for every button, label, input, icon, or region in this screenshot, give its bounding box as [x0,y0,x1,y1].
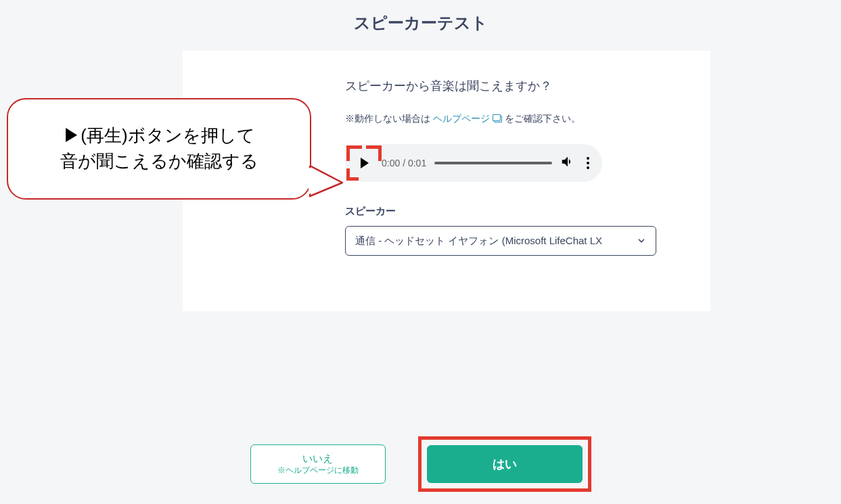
yes-button-highlight: はい [418,436,591,492]
volume-icon[interactable] [560,154,575,172]
external-link-icon [493,114,502,122]
play-icon [361,158,369,168]
help-page-link[interactable]: ヘルプページ [433,113,505,124]
question-text: スピーカーから音楽は聞こえますか？ [345,78,677,94]
instruction-callout: ▶(再生)ボタンを押して 音が聞こえるか確認する [7,98,311,200]
help-line: ※動作しない場合は ヘルプページ をご確認下さい。 [345,113,677,125]
no-button-sub: ※ヘルプページに移動 [251,465,385,476]
no-button-label: いいえ [251,452,385,465]
speaker-selected-value: 通信 - ヘッドセット イヤフォン (Microsoft LifeChat LX [355,235,637,248]
button-row: いいえ ※ヘルプページに移動 はい [0,436,841,492]
page-title: スピーカーテスト [0,0,841,34]
help-prefix: ※動作しない場合は [345,113,430,124]
more-options-icon[interactable] [583,156,593,170]
audio-track[interactable] [434,162,552,164]
audio-player-container: 0:00 / 0:01 [345,144,602,185]
speaker-section-label: スピーカー [345,205,677,218]
audio-total-time: 0:01 [408,158,426,168]
speaker-select[interactable]: 通信 - ヘッドセット イヤフォン (Microsoft LifeChat LX [345,226,656,256]
callout-line-1: ▶(再生)ボタンを押して [63,125,254,145]
callout-line-2: 音が聞こえるか確認する [60,151,258,171]
svg-marker-0 [310,166,342,196]
help-link-text: ヘルプページ [433,113,490,124]
svg-marker-1 [309,167,313,195]
help-suffix: をご確認下さい。 [505,113,581,124]
audio-time: 0:00 / 0:01 [382,158,426,168]
audio-player: 0:00 / 0:01 [345,144,602,182]
chevron-down-icon [637,236,646,246]
play-button[interactable] [355,154,373,173]
audio-current-time: 0:00 [382,158,400,168]
no-button[interactable]: いいえ ※ヘルプページに移動 [250,444,386,484]
yes-button[interactable]: はい [427,445,583,483]
